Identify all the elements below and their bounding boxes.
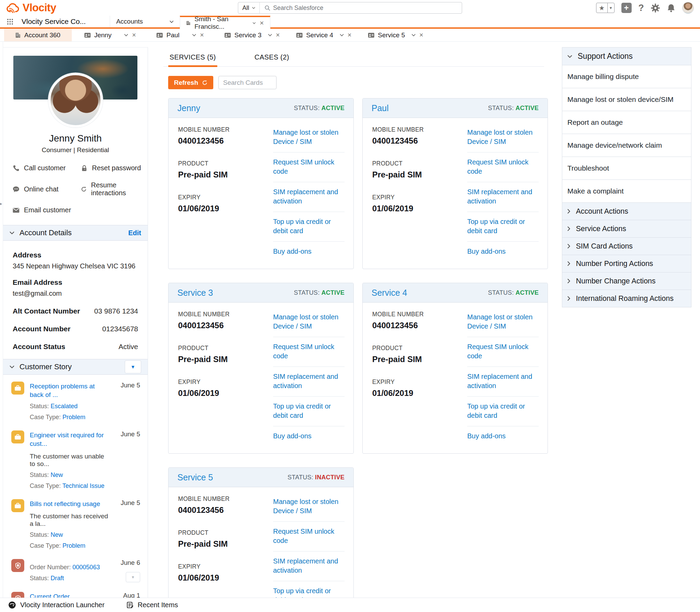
refresh-button[interactable]: Refresh [168, 76, 213, 89]
help-icon[interactable]: ? [638, 3, 644, 13]
request-sim-unlock-link[interactable]: Request SIM unlock code [273, 522, 345, 551]
section-service-actions[interactable]: Service Actions [562, 220, 691, 238]
action-make-complaint[interactable]: Make a complaint [562, 180, 691, 203]
manage-lost-stolen-link[interactable]: Manage lost or stolen Device / SIM [467, 312, 539, 337]
customer-story-filter-button[interactable]: ▼ [125, 360, 141, 373]
edit-account-details-link[interactable]: Edit [128, 229, 141, 237]
story-title-link[interactable]: Bills not reflecting usage [30, 500, 110, 508]
manage-lost-stolen-link[interactable]: Manage lost or stolen Device / SIM [273, 312, 345, 337]
status-value-link[interactable]: Escalated [51, 403, 78, 410]
service-card-title[interactable]: Service 4 [372, 288, 407, 298]
tab-cases[interactable]: CASES (2) [253, 47, 291, 66]
section-number-porting-actions[interactable]: Number Porting Actions [562, 255, 691, 272]
status-value-link[interactable]: Draft [51, 575, 64, 582]
top-up-link[interactable]: Top up via credit or debit card [467, 397, 539, 426]
story-row-menu-button[interactable]: ▼ [126, 572, 140, 582]
close-subtab-icon[interactable]: × [348, 31, 352, 39]
chevron-down-icon[interactable] [124, 34, 128, 36]
tab-services[interactable]: SERVICES (5) [168, 47, 217, 66]
section-sim-card-actions[interactable]: SIM Card Actions [562, 238, 691, 255]
manage-lost-stolen-link[interactable]: Manage lost or stolen Device / SIM [467, 127, 539, 152]
sim-replacement-link[interactable]: SIM replacement and activation [273, 551, 345, 581]
request-sim-unlock-link[interactable]: Request SIM unlock code [273, 152, 345, 182]
order-number-link[interactable]: 00005063 [72, 564, 100, 571]
service-card-title[interactable]: Service 5 [177, 473, 213, 482]
app-name[interactable]: Vlocity Service Co... [17, 16, 110, 27]
user-avatar[interactable] [682, 2, 694, 14]
service-card-title[interactable]: Service 3 [177, 288, 213, 298]
manage-lost-stolen-link[interactable]: Manage lost or stolen Device / SIM [273, 127, 345, 152]
global-search-input[interactable] [273, 4, 462, 12]
close-subtab-icon[interactable]: × [200, 31, 204, 39]
buy-addons-link[interactable]: Buy add-ons [273, 426, 345, 447]
favorites-star-icon[interactable]: ★ [596, 3, 607, 13]
action-manage-device-claim[interactable]: Manage device/network claim [562, 134, 691, 157]
customer-story-header[interactable]: Customer Story ▼ [3, 359, 148, 375]
account-details-header[interactable]: Account Details Edit [3, 225, 148, 241]
search-scope-dropdown[interactable]: All [238, 2, 260, 13]
request-sim-unlock-link[interactable]: Request SIM unlock code [467, 152, 539, 182]
story-title-link[interactable]: Reception problems at back of ... [30, 382, 110, 399]
action-manage-lost-stolen[interactable]: Manage lost or stolen device/SIM [562, 88, 691, 111]
support-actions-header[interactable]: Support Actions [562, 47, 691, 65]
top-up-link[interactable]: Top up via credit or debit card [273, 397, 345, 426]
email-customer-action[interactable]: Email customer [13, 206, 81, 214]
request-sim-unlock-link[interactable]: Request SIM unlock code [467, 337, 539, 367]
sim-replacement-link[interactable]: SIM replacement and activation [467, 182, 539, 212]
sim-replacement-link[interactable]: SIM replacement and activation [273, 182, 345, 212]
case-type-link[interactable]: Problem [63, 542, 85, 549]
interaction-launcher-button[interactable]: Vlocity Interaction Launcher [8, 601, 105, 609]
close-subtab-icon[interactable]: × [276, 31, 280, 39]
story-title-link[interactable]: Engineer visit required for cust... [30, 431, 110, 448]
chevron-down-icon[interactable] [268, 34, 272, 36]
sidebar-collapse-arrow[interactable]: ▸ [0, 201, 2, 206]
resume-interactions-action[interactable]: Resume interactions [81, 181, 144, 197]
action-report-outage[interactable]: Report an outage [562, 111, 691, 134]
subtab-service-3[interactable]: Service 3 × [219, 29, 286, 41]
section-account-actions[interactable]: Account Actions [562, 203, 691, 220]
close-subtab-icon[interactable]: × [132, 31, 136, 39]
sim-replacement-link[interactable]: SIM replacement and activation [273, 367, 345, 397]
recent-items-button[interactable]: Recent Items [126, 601, 178, 609]
case-type-link[interactable]: Technical Issue [62, 482, 104, 489]
subtab-service-5[interactable]: Service 5 × [362, 29, 429, 41]
chevron-down-icon[interactable] [192, 34, 196, 36]
manage-lost-stolen-link[interactable]: Manage lost or stolen Device / SIM [273, 496, 345, 522]
top-up-link[interactable]: Top up via credit or debit card [467, 212, 539, 242]
tab-record-smith[interactable]: Smith - San Francisc... × [180, 16, 270, 29]
reset-password-action[interactable]: Reset password [81, 164, 144, 172]
service-card-title[interactable]: Jenny [177, 103, 200, 113]
subtab-paul[interactable]: Paul × [151, 29, 210, 41]
status-value-link[interactable]: New [51, 531, 63, 538]
quick-create-icon[interactable]: + [621, 3, 632, 13]
buy-addons-link[interactable]: Buy add-ons [467, 242, 539, 262]
subtab-service-4[interactable]: Service 4 × [291, 29, 358, 41]
chevron-down-icon[interactable] [412, 34, 416, 36]
sim-replacement-link[interactable]: SIM replacement and activation [467, 367, 539, 397]
buy-addons-link[interactable]: Buy add-ons [467, 426, 539, 447]
chevron-down-icon[interactable] [170, 21, 174, 23]
section-international-roaming-actions[interactable]: International Roaming Actions [562, 290, 691, 307]
setup-gear-icon[interactable] [651, 3, 660, 13]
service-card-title[interactable]: Paul [372, 103, 389, 113]
request-sim-unlock-link[interactable]: Request SIM unlock code [273, 337, 345, 367]
chevron-down-icon[interactable] [253, 22, 256, 24]
app-launcher-waffle-icon[interactable] [3, 18, 17, 25]
chevron-down-icon[interactable] [340, 34, 344, 36]
tab-accounts[interactable]: Accounts [110, 16, 180, 27]
online-chat-action[interactable]: Online chat [13, 181, 81, 197]
action-troubleshoot[interactable]: Troubleshoot [562, 157, 691, 180]
notifications-bell-icon[interactable] [667, 3, 675, 13]
subtab-account-360[interactable]: Account 360 [4, 29, 72, 41]
favorites-button-group[interactable]: ★ ▼ [596, 3, 615, 13]
buy-addons-link[interactable]: Buy add-ons [273, 242, 345, 262]
case-type-link[interactable]: Problem [63, 414, 85, 421]
action-manage-billing-dispute[interactable]: Manage billing dispute [562, 65, 691, 88]
close-tab-icon[interactable]: × [260, 19, 264, 27]
call-customer-action[interactable]: Call customer [13, 164, 81, 172]
status-value-link[interactable]: New [51, 471, 63, 478]
favorites-caret-icon[interactable]: ▼ [607, 3, 614, 13]
story-title-link[interactable]: Current Order [30, 593, 110, 598]
search-cards-input[interactable] [218, 76, 277, 89]
top-up-link[interactable]: Top up via credit or debit card [273, 212, 345, 242]
